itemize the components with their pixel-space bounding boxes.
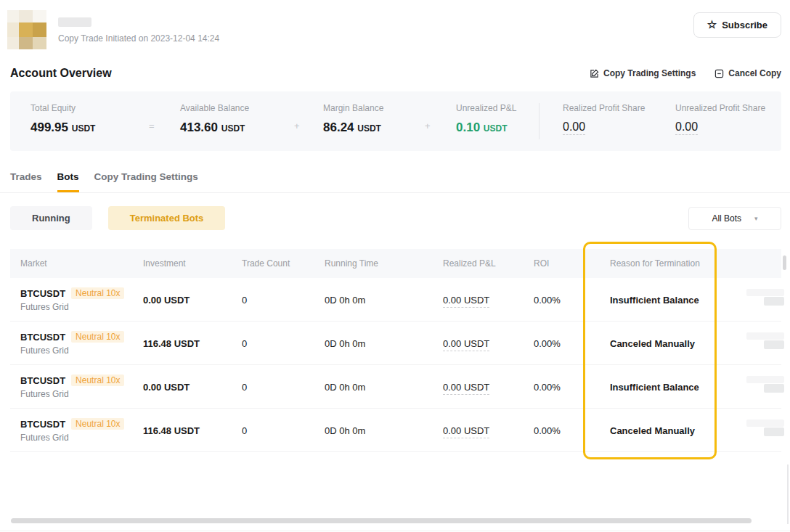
subscribe-button[interactable]: ☆ Subscribe <box>693 12 781 38</box>
scrollbar-track <box>787 465 789 524</box>
trade-count-value: 0 <box>242 382 325 393</box>
roi-value: 0.00% <box>534 295 610 306</box>
plus-operator: + <box>294 120 300 131</box>
col-reason-for-termination: Reason for Termination <box>610 258 726 269</box>
stat-unrealized-pnl: Unrealized P&L 0.10 USDT <box>456 103 516 135</box>
realized-pnl-value: 0.00 USDT <box>443 382 489 395</box>
account-overview-header: Account Overview Copy Trading Settings C… <box>0 67 790 80</box>
main-tabs: Trades Bots Copy Trading Settings <box>0 171 790 193</box>
termination-reason: Insufficient Balance <box>610 382 726 393</box>
realized-pnl-value: 0.00 USDT <box>443 425 489 438</box>
market-symbol: BTCUSDT <box>20 375 65 386</box>
trader-profile: Copy Trade Initiated on 2023-12-04 14:24 <box>7 10 219 49</box>
termination-reason: Canceled Manually <box>610 425 726 436</box>
copy-trading-page: { "profile": { "subtitle": "Copy Trade I… <box>0 0 790 532</box>
table-row[interactable]: BTCUSDTNeutral 10x Futures Grid 116.48 U… <box>10 409 781 452</box>
bot-type: Futures Grid <box>20 389 143 399</box>
edit-icon <box>590 69 599 78</box>
redacted-action <box>764 384 784 393</box>
copy-trading-settings-button[interactable]: Copy Trading Settings <box>590 68 696 78</box>
bots-toolbar: Running Terminated Bots All Bots ▾ <box>10 206 781 230</box>
stat-available-balance: Available Balance 413.60 USDT <box>180 103 249 135</box>
table-row[interactable]: BTCUSDTNeutral 10x Futures Grid 0.00 USD… <box>10 365 781 409</box>
chevron-down-icon: ▾ <box>754 215 758 222</box>
trade-count-value: 0 <box>242 338 325 349</box>
realized-pnl-value: 0.00 USDT <box>443 295 489 308</box>
horizontal-scrollbar[interactable] <box>11 518 752 523</box>
termination-reason: Canceled Manually <box>610 338 726 349</box>
running-time-value: 0D 0h 0m <box>325 382 443 393</box>
vertical-scrollbar-thumb[interactable] <box>783 255 786 270</box>
stats-divider <box>539 103 539 139</box>
all-bots-dropdown-value: All Bots <box>712 213 741 224</box>
stat-realized-profit-share: Realized Profit Share 0.00 <box>563 103 645 134</box>
roi-value: 0.00% <box>534 382 610 393</box>
bottom-divider <box>0 531 790 531</box>
bot-type: Futures Grid <box>20 433 143 443</box>
redacted-detail <box>746 376 784 383</box>
redacted-detail <box>746 332 784 340</box>
account-stats-panel: Total Equity 499.95 USDT = Available Bal… <box>10 91 781 151</box>
investment-value: 116.48 USDT <box>143 338 242 349</box>
equals-operator: = <box>149 120 155 131</box>
all-bots-dropdown[interactable]: All Bots ▾ <box>688 207 781 230</box>
table-header: Market Investment Trade Count Running Ti… <box>10 249 781 278</box>
subtab-terminated-bots[interactable]: Terminated Bots <box>108 206 226 230</box>
terminated-bots-table: Market Investment Trade Count Running Ti… <box>10 249 781 452</box>
strategy-badge: Neutral 10x <box>71 331 124 343</box>
redacted-detail <box>746 289 784 296</box>
tab-copy-trading-settings[interactable]: Copy Trading Settings <box>94 171 198 192</box>
market-symbol: BTCUSDT <box>20 332 65 343</box>
subscribe-label: Subscribe <box>722 20 767 30</box>
strategy-badge: Neutral 10x <box>71 287 124 299</box>
copy-trade-initiated-text: Copy Trade Initiated on 2023-12-04 14:24 <box>58 33 219 44</box>
realized-pnl-value: 0.00 USDT <box>443 338 489 351</box>
subtab-running[interactable]: Running <box>10 206 92 230</box>
col-market: Market <box>20 258 143 269</box>
table-row[interactable]: BTCUSDTNeutral 10x Futures Grid 0.00 USD… <box>10 278 781 322</box>
col-roi: ROI <box>534 258 610 269</box>
col-realized-pnl: Realized P&L <box>443 258 534 269</box>
stat-unrealized-profit-share: Unrealized Profit Share 0.00 <box>675 103 765 134</box>
strategy-badge: Neutral 10x <box>71 375 124 386</box>
tab-bots[interactable]: Bots <box>57 171 79 192</box>
running-time-value: 0D 0h 0m <box>325 425 443 436</box>
avatar <box>7 10 46 49</box>
redacted-action <box>764 340 784 349</box>
col-trade-count: Trade Count <box>242 258 325 269</box>
minus-square-icon <box>714 69 724 78</box>
col-running-time: Running Time <box>325 258 443 269</box>
table-row[interactable]: BTCUSDTNeutral 10x Futures Grid 116.48 U… <box>10 322 781 365</box>
star-icon: ☆ <box>707 19 717 30</box>
trade-count-value: 0 <box>242 295 325 306</box>
market-symbol: BTCUSDT <box>20 288 65 299</box>
stat-margin-balance: Margin Balance 86.24 USDT <box>323 103 383 135</box>
termination-reason: Insufficient Balance <box>610 295 726 306</box>
strategy-badge: Neutral 10x <box>71 418 124 430</box>
market-symbol: BTCUSDT <box>20 419 65 430</box>
cancel-copy-button[interactable]: Cancel Copy <box>714 68 781 78</box>
stat-total-equity: Total Equity 499.95 USDT <box>30 103 95 135</box>
redacted-action <box>764 297 784 306</box>
page-header: Copy Trade Initiated on 2023-12-04 14:24… <box>0 0 790 49</box>
trade-count-value: 0 <box>242 425 325 436</box>
tab-trades[interactable]: Trades <box>10 171 42 192</box>
investment-value: 116.48 USDT <box>143 425 242 436</box>
trader-name-redacted <box>58 17 91 27</box>
running-time-value: 0D 0h 0m <box>325 338 443 349</box>
bot-type: Futures Grid <box>20 345 143 356</box>
bot-type: Futures Grid <box>20 302 143 312</box>
redacted-action <box>764 427 784 436</box>
roi-value: 0.00% <box>534 425 610 436</box>
roi-value: 0.00% <box>534 338 610 349</box>
running-time-value: 0D 0h 0m <box>325 295 443 306</box>
col-investment: Investment <box>143 258 242 269</box>
plus-operator: + <box>425 120 431 131</box>
page-title: Account Overview <box>10 67 112 80</box>
investment-value: 0.00 USDT <box>143 382 242 393</box>
redacted-detail <box>746 420 784 427</box>
investment-value: 0.00 USDT <box>143 295 242 306</box>
